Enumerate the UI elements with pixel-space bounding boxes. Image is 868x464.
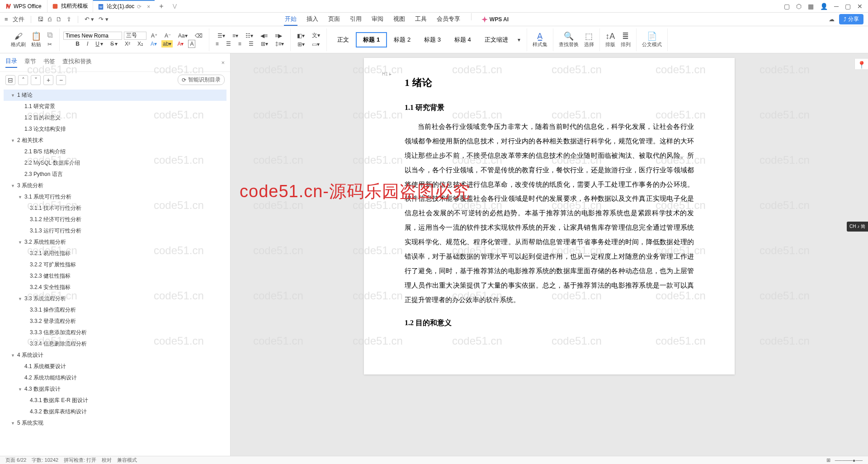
style-set-button[interactable]: A̲样式集 bbox=[531, 30, 549, 49]
toc-item[interactable]: ▼4.3 数据库设计 bbox=[4, 384, 226, 395]
increase-font-icon[interactable]: A⁺ bbox=[148, 32, 160, 40]
increase-indent-icon[interactable]: ≡▶ bbox=[272, 32, 285, 40]
smart-toc-button[interactable]: ⟳ 智能识别目录 bbox=[178, 75, 225, 85]
number-list-icon[interactable]: ≡▾ bbox=[230, 32, 241, 40]
official-mode-button[interactable]: 📄公文模式 bbox=[640, 30, 664, 49]
nav-tab-toc[interactable]: 目录 bbox=[5, 57, 17, 68]
hamburger-icon[interactable]: ≡ bbox=[5, 16, 8, 23]
char-shading-icon[interactable]: A bbox=[188, 40, 195, 48]
toc-item[interactable]: 3.2.4 安全性指标 bbox=[4, 282, 226, 293]
clear-format-icon[interactable]: ⌫ bbox=[192, 32, 205, 40]
nav-up-icon[interactable]: ˄ bbox=[18, 75, 28, 85]
view-mode-icon[interactable]: ⊞ bbox=[826, 457, 830, 463]
export-icon[interactable]: ⇪ bbox=[66, 16, 71, 23]
document-area[interactable]: H1 ▸ 1 绪论 1.1 研究背景 当前社会各行业领域竞争压力非常大，随着当前… bbox=[231, 53, 868, 456]
toc-item[interactable]: 3.1.1 技术可行性分析 bbox=[4, 203, 226, 214]
nav-tab-bookmark[interactable]: 书签 bbox=[43, 57, 55, 67]
avatar-icon[interactable]: 👤 bbox=[820, 3, 828, 10]
tab-document[interactable]: W 论文(1).doc ⟳ × bbox=[93, 0, 155, 12]
italic-icon[interactable]: I bbox=[84, 40, 91, 48]
nav-remove-icon[interactable]: − bbox=[56, 75, 66, 85]
add-tab-button[interactable]: + bbox=[155, 2, 168, 10]
print-icon[interactable]: ⎙ bbox=[48, 16, 52, 23]
toc-item[interactable]: 3.3.3 信息添加流程分析 bbox=[4, 327, 226, 338]
toc-item[interactable]: ▼1 绪论 bbox=[4, 90, 226, 101]
arrange-button[interactable]: ≣排列 bbox=[619, 30, 632, 49]
status-spellcheck[interactable]: 拼写检查: 打开 bbox=[64, 457, 96, 464]
menu-reference[interactable]: 引用 bbox=[349, 13, 363, 26]
find-replace-button[interactable]: 🔍查找替换 bbox=[557, 30, 580, 49]
chevron-down-icon[interactable]: ▼ bbox=[18, 297, 23, 301]
toc-item[interactable]: ▼3 系统分析 bbox=[4, 180, 226, 191]
toc-item[interactable]: ▼5 系统实现 bbox=[4, 417, 226, 429]
status-words[interactable]: 字数: 10242 bbox=[32, 457, 58, 464]
toc-item[interactable]: 1.1 研究背景 bbox=[4, 101, 226, 112]
toc-item[interactable]: ▼3.1 系统可行性分析 bbox=[4, 191, 226, 203]
zoom-slider[interactable]: ─────●── bbox=[835, 458, 863, 463]
line-spacing-icon[interactable]: ‡≡▾ bbox=[273, 40, 287, 48]
toc-item[interactable]: 4.3.1 数据库 E-R 图设计 bbox=[4, 395, 226, 406]
chevron-down-icon[interactable]: ▼ bbox=[18, 195, 23, 199]
subscript-icon[interactable]: X₂ bbox=[135, 40, 146, 48]
toc-item[interactable]: 3.3.4 信息删除流程分析 bbox=[4, 338, 226, 350]
grid-icon[interactable]: ▦ bbox=[808, 3, 814, 10]
align-center-icon[interactable]: ☰ bbox=[223, 40, 234, 48]
status-proof[interactable]: 校对 bbox=[102, 457, 112, 464]
menu-member[interactable]: 会员专享 bbox=[436, 13, 461, 26]
paste-button[interactable]: 📋粘贴 bbox=[29, 30, 43, 49]
toc-item[interactable]: 4.1 系统概要设计 bbox=[4, 361, 226, 372]
toc-item[interactable]: 3.3.2 登录流程分析 bbox=[4, 316, 226, 327]
location-pin-icon[interactable]: 📍 bbox=[857, 61, 866, 69]
toc-item[interactable]: 3.3.1 操作流程分析 bbox=[4, 304, 226, 316]
align-left-icon[interactable]: ≡ bbox=[213, 40, 222, 48]
distribute-icon[interactable]: ⊞▾ bbox=[258, 40, 271, 48]
underline-icon[interactable]: U▾ bbox=[93, 40, 106, 48]
redo-icon[interactable]: ↷ ▾ bbox=[99, 16, 108, 23]
cut-icon[interactable]: ✂ bbox=[45, 40, 56, 48]
size-select[interactable] bbox=[124, 32, 146, 40]
window-tabs-icon[interactable]: ▢ bbox=[784, 3, 790, 10]
chevron-down-icon[interactable]: ▼ bbox=[11, 353, 15, 358]
toc-item[interactable]: 3.2.3 健壮性指标 bbox=[4, 270, 226, 282]
toc-item[interactable]: ▼2 相关技术 bbox=[4, 135, 226, 146]
chevron-down-icon[interactable]: ▼ bbox=[18, 387, 23, 392]
decrease-font-icon[interactable]: A⁻ bbox=[162, 32, 174, 40]
chevron-down-icon[interactable]: ▼ bbox=[11, 138, 15, 143]
style-body[interactable]: 正文 bbox=[330, 33, 356, 47]
doc-heading-2b[interactable]: 1.2 目的和意义 bbox=[405, 318, 694, 328]
nav-close-icon[interactable]: × bbox=[221, 59, 225, 66]
doc-heading-1[interactable]: 1 绪论 bbox=[405, 76, 694, 90]
style-heading3[interactable]: 标题 3 bbox=[417, 33, 448, 47]
shading-icon[interactable]: ◧▾ bbox=[294, 32, 307, 40]
character-border-icon[interactable]: ▭▾ bbox=[309, 40, 322, 48]
highlight-icon[interactable]: ab▾ bbox=[161, 40, 173, 47]
bold-icon[interactable]: B bbox=[73, 40, 82, 48]
strikethrough-icon[interactable]: S▾ bbox=[108, 40, 120, 48]
nav-add-icon[interactable]: + bbox=[43, 75, 53, 85]
ime-indicator[interactable]: CH ♪ 简 bbox=[847, 222, 868, 232]
wps-ai-button[interactable]: WPS AI bbox=[481, 13, 509, 26]
doc-paragraph[interactable]: 当前社会各行业领域竞争压力非常大，随着当前时代的信息化，科学化发展，让社会各行业… bbox=[405, 120, 694, 308]
maximize-icon[interactable]: ▢ bbox=[845, 3, 851, 10]
save-icon[interactable]: 🖫 bbox=[38, 16, 43, 23]
font-select[interactable] bbox=[63, 32, 122, 40]
copy-icon[interactable]: ⿻ bbox=[45, 31, 56, 39]
toc-item[interactable]: ▼4 系统设计 bbox=[4, 350, 226, 361]
toc-item[interactable]: 2.3 Python 语言 bbox=[4, 169, 226, 180]
style-heading4[interactable]: 标题 4 bbox=[448, 33, 478, 47]
toc-item[interactable]: 1.3 论文结构安排 bbox=[4, 123, 226, 135]
font-color-icon[interactable]: A▾ bbox=[175, 40, 186, 48]
nav-down-icon[interactable]: ˅ bbox=[31, 75, 41, 85]
toc-item[interactable]: 4.2 系统功能结构设计 bbox=[4, 372, 226, 384]
cloud-icon[interactable]: ☁ bbox=[829, 16, 835, 23]
cube-icon[interactable]: ⬡ bbox=[796, 3, 802, 10]
toc-item[interactable]: ▼3.3 系统流程分析 bbox=[4, 293, 226, 304]
style-heading2[interactable]: 标题 2 bbox=[387, 33, 417, 47]
tab-template[interactable]: 找稻壳模板 bbox=[47, 0, 93, 12]
change-case-icon[interactable]: Aa▾ bbox=[175, 32, 190, 40]
doc-heading-2a[interactable]: 1.1 研究背景 bbox=[405, 103, 694, 113]
menu-start[interactable]: 开始 bbox=[284, 13, 297, 26]
decrease-indent-icon[interactable]: ◀≡ bbox=[258, 32, 270, 40]
file-menu[interactable]: 文件 bbox=[13, 15, 24, 24]
toc-item[interactable]: 2.2 MySQL 数据库介绍 bbox=[4, 157, 226, 169]
